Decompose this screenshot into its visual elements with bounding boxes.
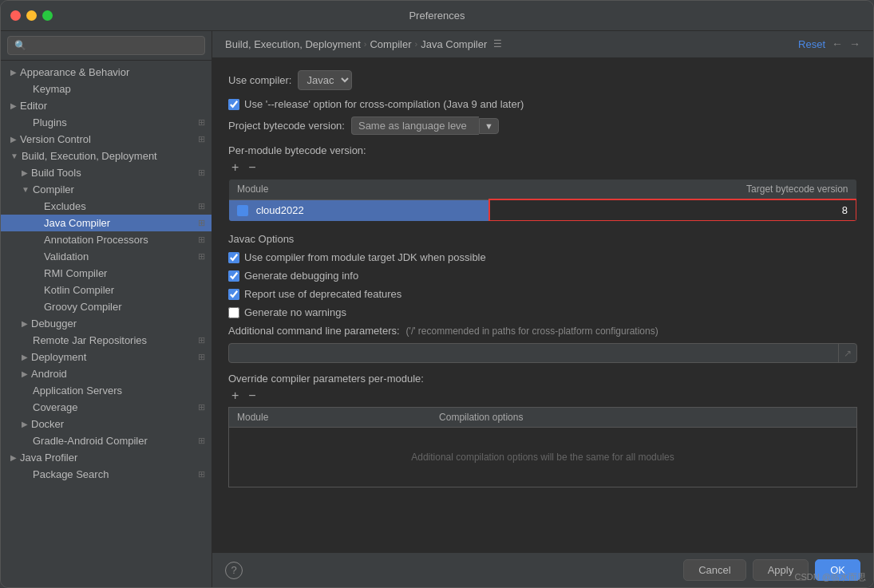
- remove-module-button[interactable]: −: [245, 161, 259, 174]
- sidebar-item-build-tools[interactable]: ▶Build Tools⊞: [1, 164, 212, 181]
- apply-button[interactable]: Apply: [753, 559, 809, 581]
- sidebar-item-icon: ⊞: [198, 168, 205, 178]
- arrow-icon: ▼: [22, 185, 30, 194]
- bytecode-input[interactable]: [351, 116, 479, 135]
- version-cell: 8: [489, 199, 856, 221]
- sidebar: ▶Appearance & BehaviorKeymap▶EditorPlugi…: [1, 31, 212, 587]
- sidebar-item-icon: ⊞: [198, 436, 205, 446]
- breadcrumb-sep-2: ›: [415, 39, 418, 49]
- arrow-icon: ▶: [22, 168, 28, 177]
- search-bar: [1, 31, 212, 61]
- override-table: Module Compilation options Additional co…: [228, 407, 857, 487]
- sidebar-item-package-search[interactable]: Package Search⊞: [1, 466, 212, 483]
- cancel-button[interactable]: Cancel: [683, 559, 745, 581]
- arrow-icon: ▶: [10, 453, 17, 462]
- bytecode-dropdown: ▼: [351, 116, 499, 135]
- sidebar-item-coverage[interactable]: Coverage⊞: [1, 399, 212, 416]
- breadcrumb-menu-icon: ☰: [493, 38, 502, 49]
- module-table-controls: + −: [228, 161, 857, 174]
- module-icon: [237, 205, 248, 216]
- javac-option-generate-no-warnings: Generate no warnings: [228, 306, 857, 318]
- report-deprecated-label: Report use of deprecated features: [244, 288, 401, 300]
- sidebar-item-android[interactable]: ▶Android: [1, 365, 212, 382]
- arrow-icon: ▶: [22, 369, 28, 378]
- report-deprecated-checkbox[interactable]: [228, 289, 239, 300]
- remove-override-button[interactable]: −: [245, 389, 259, 402]
- arrow-icon: ▼: [10, 152, 18, 160]
- sidebar-label: Docker: [31, 418, 64, 430]
- sidebar-label: Annotation Processors: [44, 234, 148, 246]
- sidebar-item-icon: ⊞: [198, 402, 205, 412]
- minimize-button[interactable]: [26, 10, 37, 21]
- sidebar-item-kotlin-compiler[interactable]: Kotlin Compiler: [1, 282, 212, 298]
- forward-button[interactable]: →: [849, 37, 860, 50]
- settings-content: Use compiler: Javac Use '--release' opti…: [212, 57, 873, 552]
- cmd-params-label: Additional command line parameters:: [228, 325, 400, 337]
- close-button[interactable]: [10, 10, 21, 21]
- target-col-header: Target bytecode version: [489, 180, 856, 200]
- sidebar-item-java-compiler[interactable]: Java Compiler⊞: [1, 215, 212, 231]
- sidebar-item-docker[interactable]: ▶Docker: [1, 416, 212, 432]
- ok-button[interactable]: OK: [815, 559, 860, 581]
- sidebar-item-compiler[interactable]: ▼Compiler: [1, 181, 212, 198]
- sidebar-item-gradle-android-compiler[interactable]: Gradle-Android Compiler⊞: [1, 432, 212, 449]
- arrow-icon: ▶: [10, 135, 17, 144]
- javac-section-title: Javac Options: [228, 233, 857, 245]
- bytecode-dropdown-btn[interactable]: ▼: [479, 118, 499, 134]
- release-checkbox[interactable]: [228, 99, 239, 110]
- breadcrumb: Build, Execution, Deployment › Compiler …: [212, 31, 873, 57]
- sidebar-label: Build Tools: [31, 167, 81, 179]
- sidebar-item-annotation-processors[interactable]: Annotation Processors⊞: [1, 231, 212, 248]
- module-table: Module Target bytecode version cloud2022…: [228, 179, 857, 222]
- override-module-col: Module: [229, 408, 432, 428]
- use-compiler-module-checkbox[interactable]: [228, 252, 239, 263]
- sidebar-item-icon: ⊞: [198, 251, 205, 262]
- compiler-select-wrapper: Javac: [298, 70, 352, 90]
- maximize-button[interactable]: [42, 10, 53, 21]
- use-compiler-row: Use compiler: Javac: [228, 70, 857, 90]
- reset-button[interactable]: Reset: [798, 38, 825, 50]
- sidebar-item-excludes[interactable]: Excludes⊞: [1, 198, 212, 215]
- sidebar-item-keymap[interactable]: Keymap: [1, 81, 212, 97]
- generate-no-warnings-checkbox[interactable]: [228, 307, 239, 318]
- back-button[interactable]: ←: [832, 37, 843, 50]
- sidebar-item-build-execution-deployment[interactable]: ▼Build, Execution, Deployment: [1, 148, 212, 164]
- sidebar-label: Remote Jar Repositories: [33, 334, 147, 346]
- cmd-input-wrapper: ↗: [228, 343, 857, 363]
- window-title: Preferences: [409, 10, 465, 22]
- sidebar-item-rmi-compiler[interactable]: RMI Compiler: [1, 265, 212, 282]
- table-row[interactable]: cloud2022 8: [229, 199, 857, 221]
- release-option-row: Use '--release' option for cross-compila…: [228, 98, 857, 110]
- help-button[interactable]: ?: [225, 562, 243, 579]
- sidebar-item-debugger[interactable]: ▶Debugger: [1, 315, 212, 332]
- arrow-icon: ▶: [22, 420, 28, 428]
- breadcrumb-actions: Reset ← →: [798, 37, 860, 50]
- sidebar-item-appearance-behavior[interactable]: ▶Appearance & Behavior: [1, 64, 212, 81]
- search-input[interactable]: [7, 36, 205, 55]
- arrow-icon: ▶: [22, 353, 28, 361]
- sidebar-item-remote-jar-repositories[interactable]: Remote Jar Repositories⊞: [1, 332, 212, 349]
- sidebar-item-java-profiler[interactable]: ▶Java Profiler: [1, 449, 212, 466]
- sidebar-item-plugins[interactable]: Plugins⊞: [1, 114, 212, 131]
- generate-debugging-checkbox[interactable]: [228, 270, 239, 282]
- bottom-bar: ? Cancel Apply OK: [212, 552, 873, 587]
- add-module-button[interactable]: +: [228, 161, 242, 174]
- javac-option-use-compiler-module: Use compiler from module target JDK when…: [228, 251, 857, 263]
- sidebar-label: Java Profiler: [20, 452, 77, 464]
- compiler-select[interactable]: Javac: [298, 70, 352, 90]
- sidebar-item-validation[interactable]: Validation⊞: [1, 248, 212, 265]
- sidebar-item-application-servers[interactable]: Application Servers: [1, 382, 212, 399]
- breadcrumb-item-2: Compiler: [370, 38, 411, 50]
- cmd-input-expand-icon[interactable]: ↗: [838, 344, 856, 362]
- sidebar-item-icon: ⊞: [198, 235, 205, 245]
- window-controls: [10, 10, 53, 21]
- sidebar-item-deployment[interactable]: ▶Deployment⊞: [1, 349, 212, 365]
- sidebar-item-version-control[interactable]: ▶Version Control⊞: [1, 131, 212, 148]
- sidebar-item-icon: ⊞: [198, 201, 205, 211]
- sidebar-label: Excludes: [44, 200, 86, 212]
- add-override-button[interactable]: +: [228, 389, 242, 402]
- cmd-params-input[interactable]: [229, 344, 838, 362]
- sidebar-item-groovy-compiler[interactable]: Groovy Compiler: [1, 298, 212, 315]
- sidebar-item-editor[interactable]: ▶Editor: [1, 97, 212, 114]
- cmd-params-hint: ('/' recommended in paths for cross-plat…: [406, 326, 658, 337]
